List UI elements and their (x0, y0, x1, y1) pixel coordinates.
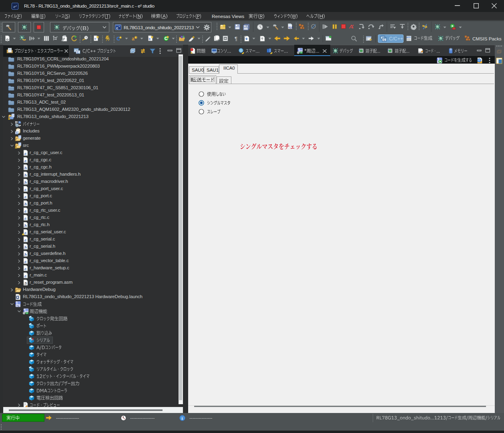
svg-text:.c: .c (24, 195, 26, 199)
svg-text:.h: .h (24, 253, 27, 257)
svg-text:.h: .h (24, 166, 27, 170)
svg-text:.c: .c (24, 267, 26, 271)
svg-text:h: h (16, 131, 18, 135)
svg-text:c: c (149, 37, 151, 41)
svg-text:.c: .c (24, 188, 26, 192)
svg-text:.c: .c (24, 238, 26, 242)
svg-text:.h: .h (24, 245, 27, 249)
svg-text:.c: .c (24, 152, 26, 156)
svg-text:010: 010 (288, 26, 293, 29)
svg-text:.c: .c (24, 209, 26, 213)
svg-text:.c: .c (24, 274, 26, 278)
svg-text:.h: .h (24, 180, 27, 184)
svg-text:c: c (94, 37, 96, 40)
svg-text:c: c (19, 136, 21, 138)
svg-text:.S: .S (24, 281, 27, 285)
svg-text:c: c (116, 26, 118, 30)
svg-text:c: c (406, 36, 408, 38)
svg-text:¶: ¶ (235, 36, 237, 42)
svg-text:c: c (437, 58, 438, 61)
svg-text:.h: .h (24, 173, 27, 177)
svg-text:c: c (388, 49, 389, 51)
svg-text:*: * (119, 26, 120, 28)
svg-text:c: c (19, 143, 21, 146)
svg-text:C: C (77, 51, 79, 54)
svg-text:a: a (132, 36, 135, 42)
svg-text:c: c (24, 309, 25, 313)
svg-text:c: c (359, 49, 360, 51)
svg-text:c: c (15, 301, 17, 305)
svg-text:.c: .c (24, 159, 26, 163)
svg-text:C: C (384, 38, 386, 41)
svg-text:.c: .c (24, 260, 26, 264)
svg-text:i: i (182, 416, 183, 421)
svg-text:.c: .c (24, 216, 26, 221)
svg-text:.h: .h (24, 202, 27, 206)
svg-text:.h: .h (24, 224, 27, 228)
svg-text:C: C (12, 114, 14, 117)
svg-text:!: ! (32, 337, 33, 341)
svg-text:e²: e² (13, 4, 17, 9)
svg-text:c: c (298, 48, 299, 52)
